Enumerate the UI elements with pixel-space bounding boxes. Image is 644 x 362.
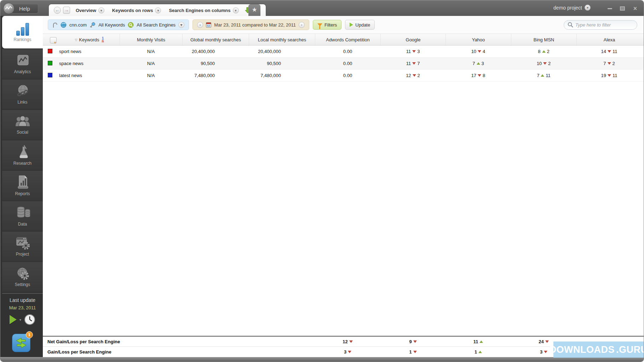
last-update-date: Mar 23, 2011 [2, 305, 43, 310]
column-header-yahoo[interactable]: Yahoo [445, 34, 511, 46]
project-name: demo project [553, 5, 582, 11]
keywords-scope-label[interactable]: All Keywords [98, 22, 125, 28]
sidebar-item-rankings[interactable]: Rankings [2, 16, 43, 48]
sidebar-item-reports[interactable]: Reports [2, 171, 43, 200]
website-globe-icon [61, 22, 67, 28]
prev-date-button[interactable]: ‹ [197, 22, 203, 28]
chevron-down-icon[interactable]: ▾ [98, 7, 104, 13]
window-footer [0, 357, 644, 362]
keyword-label[interactable]: sport news [59, 49, 120, 54]
keyword-label[interactable]: latest news [59, 73, 120, 78]
sidebar-item-project[interactable]: Project [2, 232, 43, 261]
sidebar-item-links[interactable]: Links [2, 80, 43, 109]
close-button[interactable]: × [632, 5, 639, 12]
column-header-alexa[interactable]: Alexa [576, 34, 642, 46]
back-button[interactable]: ← [54, 7, 61, 14]
table-row[interactable]: sport news N/A 20,400,000 20,400,000 0.0… [43, 46, 644, 58]
run-options-chevron-icon[interactable]: ▾ [19, 318, 21, 322]
sidebar-item-analytics[interactable]: Analytics [2, 49, 43, 79]
local-searches-value: 7,480,000 [249, 73, 315, 78]
column-header-bing[interactable]: Bing MSN [511, 34, 576, 46]
column-chooser-button[interactable] [46, 34, 59, 46]
view-selector-rows[interactable]: Keywords on rows ▾ [112, 7, 161, 13]
engines-scope-chevron-icon[interactable]: ▾ [178, 22, 184, 28]
engines-search-icon [128, 22, 134, 28]
rank-cell-google: 117 [380, 61, 445, 66]
view-selector-columns-label: Search Engines on columns [169, 8, 230, 13]
local-searches-value: 20,400,000 [249, 49, 315, 54]
watermark-text-right: .GURU [616, 344, 644, 355]
links-icon [15, 84, 31, 98]
table-filter-input[interactable] [575, 22, 632, 28]
settings-icon [15, 267, 31, 281]
trend-icon [412, 50, 416, 53]
adwords-competition-value: 0.00 [315, 61, 380, 66]
table-header: ▽ Keywords 1n Monthly Visits Global mont… [43, 34, 644, 46]
sync-button[interactable]: 1 [12, 334, 30, 352]
trend-icon [349, 340, 353, 343]
view-selector-overview[interactable]: Overview ▾ [76, 7, 104, 13]
table-filter-box [564, 20, 637, 30]
analytics-icon [15, 54, 30, 68]
run-update-button[interactable] [10, 315, 17, 324]
rank-cell-bing: 102 [511, 61, 576, 66]
keyword-color-swatch [48, 73, 52, 77]
column-header-adwords[interactable]: Adwords Competition [315, 34, 380, 46]
keyword-label[interactable]: space news [59, 61, 120, 66]
view-selector-columns[interactable]: Search Engines on columns ▾ [169, 7, 238, 13]
trend-icon [608, 74, 611, 77]
engines-scope-label[interactable]: All Search Engines [137, 22, 176, 28]
add-column-icon [50, 37, 57, 43]
trend-icon [478, 351, 482, 353]
column-header-monthly-visits[interactable]: Monthly Visits [120, 34, 182, 46]
trend-icon [541, 74, 544, 77]
rank-cell-yahoo: 73 [445, 61, 511, 66]
column-header-local-searches[interactable]: Local monthly searches [249, 34, 315, 46]
url-hook-icon [52, 22, 58, 28]
sidebar-item-research[interactable]: Research [2, 140, 43, 170]
project-icon [15, 236, 31, 250]
maximize-icon [620, 6, 625, 11]
summary-label: Gain/Loss per Search Engine [46, 349, 315, 355]
sidebar-item-label: Settings [15, 282, 30, 287]
forward-button[interactable]: → [63, 7, 70, 14]
table-row[interactable]: latest news N/A 7,480,000 7,480,000 0.00… [43, 70, 644, 82]
sort-order-badge: 1n [102, 37, 104, 43]
global-searches-value: 90,500 [182, 61, 249, 66]
sidebar-item-data[interactable]: Data [2, 201, 43, 231]
column-header-keywords[interactable]: ▽ Keywords 1n [59, 34, 120, 46]
calendar-icon [206, 22, 211, 28]
main-content: cnn.com All Keywords All Search Engines … [43, 16, 644, 357]
website-label[interactable]: cnn.com [69, 22, 87, 28]
chevron-down-icon[interactable]: ▾ [233, 7, 239, 13]
local-searches-value: 90,500 [249, 61, 315, 66]
rank-cell-google: 122 [380, 73, 445, 78]
trend-icon [544, 351, 547, 353]
research-icon [16, 145, 30, 159]
filter-funnel-icon [317, 23, 322, 27]
reports-icon [15, 175, 30, 190]
column-header-global-searches[interactable]: Global monthly searches [182, 34, 249, 46]
next-date-button[interactable]: › [299, 22, 305, 28]
favorites-tab[interactable]: ★ [248, 4, 260, 16]
chevron-down-icon[interactable]: ▾ [155, 7, 161, 13]
filters-button[interactable]: Filters [313, 20, 341, 30]
update-button[interactable]: Update [345, 20, 375, 30]
sidebar-item-label: Data [18, 222, 27, 227]
sidebar-item-social[interactable]: Social [2, 110, 43, 140]
keywords-key-icon [90, 22, 96, 28]
table-row[interactable]: space news N/A 90,500 90,500 0.00 117 73… [43, 58, 644, 70]
date-range-label[interactable]: Mar 23, 2011 compared to Mar 22, 2011 [214, 22, 296, 28]
keyword-color-swatch [48, 49, 52, 53]
rank-cell-yahoo: 178 [445, 73, 511, 78]
adwords-competition-value: 0.00 [315, 73, 380, 78]
view-tab-bar: ← → Overview ▾ Keywords on rows ▾ Search… [49, 4, 266, 16]
project-selector[interactable]: demo project ▾ [553, 5, 591, 11]
schedule-clock-icon[interactable] [24, 314, 35, 325]
filters-label: Filters [324, 22, 337, 28]
column-header-google[interactable]: Google [380, 34, 445, 46]
minimize-button[interactable] [606, 5, 613, 12]
sidebar-item-settings[interactable]: Settings [2, 262, 43, 292]
maximize-button[interactable] [619, 5, 626, 12]
last-update-label: Last update [2, 297, 43, 303]
